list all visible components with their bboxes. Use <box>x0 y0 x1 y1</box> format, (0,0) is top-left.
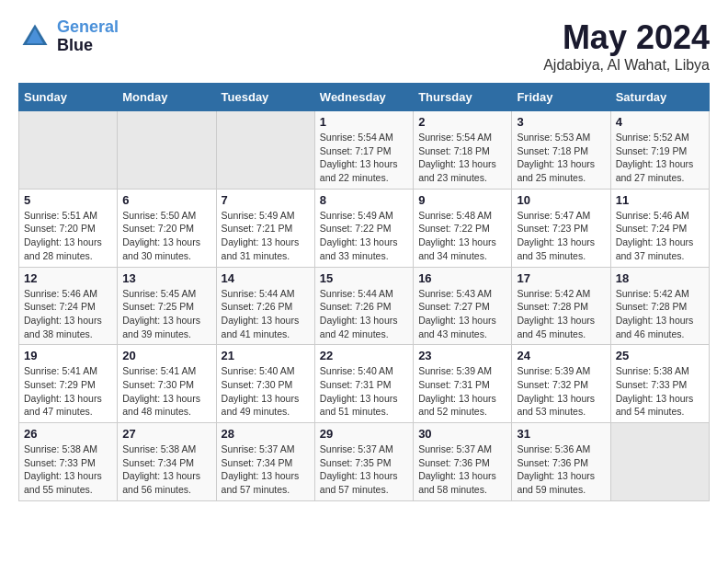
day-number: 26 <box>24 427 112 441</box>
day-info: Sunrise: 5:52 AMSunset: 7:19 PMDaylight:… <box>616 131 704 185</box>
day-number: 25 <box>616 349 704 362</box>
day-info: Sunrise: 5:39 AMSunset: 7:32 PMDaylight:… <box>517 364 605 419</box>
day-info: Sunrise: 5:43 AMSunset: 7:27 PMDaylight:… <box>418 287 506 341</box>
day-info: Sunrise: 5:54 AMSunset: 7:17 PMDaylight:… <box>320 131 408 185</box>
day-info: Sunrise: 5:45 AMSunset: 7:25 PMDaylight:… <box>122 287 210 341</box>
logo: General Blue <box>18 18 119 55</box>
page-header: General Blue May 2024 Ajdabiya, Al Wahat… <box>18 18 710 74</box>
calendar-cell: 29Sunrise: 5:37 AMSunset: 7:35 PMDayligh… <box>314 423 413 501</box>
logo-icon <box>18 20 51 53</box>
day-number: 19 <box>24 349 112 362</box>
calendar-cell: 22Sunrise: 5:40 AMSunset: 7:31 PMDayligh… <box>314 345 413 423</box>
day-number: 18 <box>616 271 704 285</box>
title-block: May 2024 Ajdabiya, Al Wahat, Libya <box>543 18 710 74</box>
day-number: 8 <box>320 193 408 207</box>
day-info: Sunrise: 5:38 AMSunset: 7:33 PMDaylight:… <box>616 364 704 419</box>
day-info: Sunrise: 5:42 AMSunset: 7:28 PMDaylight:… <box>616 287 704 341</box>
day-number: 27 <box>122 427 210 441</box>
day-number: 9 <box>418 193 506 207</box>
day-info: Sunrise: 5:49 AMSunset: 7:22 PMDaylight:… <box>320 209 408 263</box>
calendar-cell <box>216 111 314 190</box>
main-title: May 2024 <box>543 18 710 57</box>
day-number: 5 <box>24 193 112 207</box>
calendar-cell: 24Sunrise: 5:39 AMSunset: 7:32 PMDayligh… <box>512 345 610 423</box>
calendar-cell: 3Sunrise: 5:53 AMSunset: 7:18 PMDaylight… <box>512 111 610 190</box>
day-number: 22 <box>320 349 408 362</box>
calendar-cell: 23Sunrise: 5:39 AMSunset: 7:31 PMDayligh… <box>414 345 512 423</box>
day-info: Sunrise: 5:54 AMSunset: 7:18 PMDaylight:… <box>418 131 506 185</box>
day-number: 21 <box>222 349 310 362</box>
day-info: Sunrise: 5:41 AMSunset: 7:30 PMDaylight:… <box>122 364 210 419</box>
calendar-cell: 27Sunrise: 5:38 AMSunset: 7:34 PMDayligh… <box>118 423 216 501</box>
day-number: 17 <box>517 271 605 285</box>
calendar-cell: 28Sunrise: 5:37 AMSunset: 7:34 PMDayligh… <box>216 423 314 501</box>
day-info: Sunrise: 5:46 AMSunset: 7:24 PMDaylight:… <box>24 287 112 341</box>
calendar-week-1: 1Sunrise: 5:54 AMSunset: 7:17 PMDaylight… <box>19 111 710 190</box>
day-number: 24 <box>517 349 605 362</box>
calendar-cell: 19Sunrise: 5:41 AMSunset: 7:29 PMDayligh… <box>19 345 118 423</box>
day-number: 16 <box>418 271 506 285</box>
day-info: Sunrise: 5:39 AMSunset: 7:31 PMDaylight:… <box>418 364 506 419</box>
calendar-cell: 1Sunrise: 5:54 AMSunset: 7:17 PMDaylight… <box>314 111 413 190</box>
calendar-cell: 13Sunrise: 5:45 AMSunset: 7:25 PMDayligh… <box>118 267 216 345</box>
day-info: Sunrise: 5:42 AMSunset: 7:28 PMDaylight:… <box>517 287 605 341</box>
day-info: Sunrise: 5:51 AMSunset: 7:20 PMDaylight:… <box>24 209 112 263</box>
day-info: Sunrise: 5:41 AMSunset: 7:29 PMDaylight:… <box>24 364 112 419</box>
day-number: 4 <box>616 115 704 129</box>
calendar-week-4: 19Sunrise: 5:41 AMSunset: 7:29 PMDayligh… <box>19 345 710 423</box>
day-number: 7 <box>222 193 310 207</box>
calendar-cell: 4Sunrise: 5:52 AMSunset: 7:19 PMDaylight… <box>610 111 709 190</box>
calendar-cell: 15Sunrise: 5:44 AMSunset: 7:26 PMDayligh… <box>314 267 413 345</box>
day-info: Sunrise: 5:38 AMSunset: 7:33 PMDaylight:… <box>24 442 112 497</box>
calendar-cell <box>610 423 709 501</box>
day-number: 29 <box>320 427 408 441</box>
day-info: Sunrise: 5:40 AMSunset: 7:31 PMDaylight:… <box>320 364 408 419</box>
day-header-monday: Monday <box>118 84 216 111</box>
day-header-sunday: Sunday <box>19 84 118 111</box>
day-number: 2 <box>418 115 506 129</box>
calendar-cell: 10Sunrise: 5:47 AMSunset: 7:23 PMDayligh… <box>512 189 610 267</box>
calendar-cell <box>19 111 118 190</box>
day-number: 31 <box>517 427 605 441</box>
calendar-cell: 2Sunrise: 5:54 AMSunset: 7:18 PMDaylight… <box>414 111 512 190</box>
day-info: Sunrise: 5:37 AMSunset: 7:35 PMDaylight:… <box>320 442 408 497</box>
day-header-thursday: Thursday <box>414 84 512 111</box>
day-info: Sunrise: 5:44 AMSunset: 7:26 PMDaylight:… <box>222 287 310 341</box>
day-header-tuesday: Tuesday <box>216 84 314 111</box>
calendar-cell: 11Sunrise: 5:46 AMSunset: 7:24 PMDayligh… <box>610 189 709 267</box>
calendar-cell: 17Sunrise: 5:42 AMSunset: 7:28 PMDayligh… <box>512 267 610 345</box>
day-info: Sunrise: 5:37 AMSunset: 7:36 PMDaylight:… <box>418 442 506 497</box>
calendar-cell: 7Sunrise: 5:49 AMSunset: 7:21 PMDaylight… <box>216 189 314 267</box>
calendar-cell: 12Sunrise: 5:46 AMSunset: 7:24 PMDayligh… <box>19 267 118 345</box>
calendar-cell: 16Sunrise: 5:43 AMSunset: 7:27 PMDayligh… <box>414 267 512 345</box>
calendar-cell: 6Sunrise: 5:50 AMSunset: 7:20 PMDaylight… <box>118 189 216 267</box>
day-info: Sunrise: 5:38 AMSunset: 7:34 PMDaylight:… <box>122 442 210 497</box>
day-info: Sunrise: 5:47 AMSunset: 7:23 PMDaylight:… <box>517 209 605 263</box>
calendar-cell: 5Sunrise: 5:51 AMSunset: 7:20 PMDaylight… <box>19 189 118 267</box>
day-number: 23 <box>418 349 506 362</box>
day-number: 12 <box>24 271 112 285</box>
day-info: Sunrise: 5:44 AMSunset: 7:26 PMDaylight:… <box>320 287 408 341</box>
calendar-week-5: 26Sunrise: 5:38 AMSunset: 7:33 PMDayligh… <box>19 423 710 501</box>
calendar-cell: 14Sunrise: 5:44 AMSunset: 7:26 PMDayligh… <box>216 267 314 345</box>
calendar-cell: 20Sunrise: 5:41 AMSunset: 7:30 PMDayligh… <box>118 345 216 423</box>
day-info: Sunrise: 5:36 AMSunset: 7:36 PMDaylight:… <box>517 442 605 497</box>
day-number: 14 <box>222 271 310 285</box>
calendar-cell: 31Sunrise: 5:36 AMSunset: 7:36 PMDayligh… <box>512 423 610 501</box>
calendar-cell: 26Sunrise: 5:38 AMSunset: 7:33 PMDayligh… <box>19 423 118 501</box>
day-info: Sunrise: 5:40 AMSunset: 7:30 PMDaylight:… <box>222 364 310 419</box>
day-info: Sunrise: 5:53 AMSunset: 7:18 PMDaylight:… <box>517 131 605 185</box>
day-header-saturday: Saturday <box>610 84 709 111</box>
calendar-cell: 30Sunrise: 5:37 AMSunset: 7:36 PMDayligh… <box>414 423 512 501</box>
day-number: 28 <box>222 427 310 441</box>
day-number: 15 <box>320 271 408 285</box>
day-info: Sunrise: 5:46 AMSunset: 7:24 PMDaylight:… <box>616 209 704 263</box>
subtitle: Ajdabiya, Al Wahat, Libya <box>543 57 710 74</box>
calendar-header-row: SundayMondayTuesdayWednesdayThursdayFrid… <box>19 84 710 111</box>
day-info: Sunrise: 5:49 AMSunset: 7:21 PMDaylight:… <box>222 209 310 263</box>
day-header-wednesday: Wednesday <box>314 84 413 111</box>
calendar-cell: 21Sunrise: 5:40 AMSunset: 7:30 PMDayligh… <box>216 345 314 423</box>
calendar-cell: 25Sunrise: 5:38 AMSunset: 7:33 PMDayligh… <box>610 345 709 423</box>
day-number: 20 <box>122 349 210 362</box>
day-number: 10 <box>517 193 605 207</box>
